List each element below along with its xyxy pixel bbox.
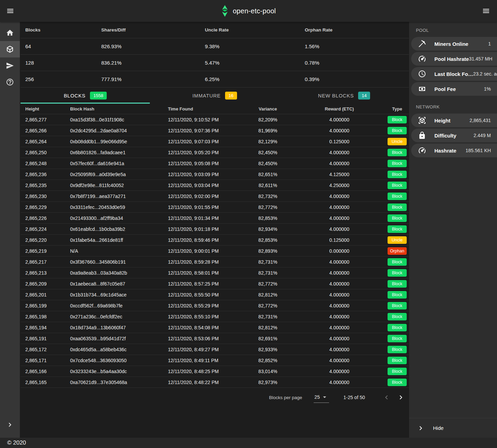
cell-variance: 82,772% bbox=[243, 205, 293, 210]
cell-variance: 82,129% bbox=[243, 139, 293, 144]
cell-blocks: 256 bbox=[21, 76, 96, 82]
cell-block-hash[interactable]: N/A bbox=[65, 248, 163, 254]
top-app-bar: open-etc-pool bbox=[0, 0, 497, 22]
cell-block-hash[interactable]: 0x1fabe54a...2661de81ff bbox=[65, 237, 163, 243]
cell-type: Block bbox=[385, 335, 409, 342]
cell-time-found: 12/11/2020, 9:01:18 PM bbox=[163, 226, 243, 232]
table-row: 2,865,219 N/A 12/11/2020, 9:00:01 PM 82,… bbox=[21, 246, 409, 256]
cell-height: 2,865,224 bbox=[21, 226, 65, 232]
cell-height: 2,865,209 bbox=[21, 281, 65, 287]
cell-variance: 82,732% bbox=[243, 194, 293, 199]
tab[interactable]: BLOCKS 1558 bbox=[21, 88, 150, 104]
cell-block-hash[interactable]: 0x6b801826...fa9adcaee1 bbox=[65, 150, 163, 155]
gauge-icon bbox=[418, 55, 426, 63]
cell-height: 2,865,236 bbox=[21, 172, 65, 177]
luck-stats-body: 64 826.93% 9.38% 1.56% 128 836.21% 5.47%… bbox=[21, 38, 409, 88]
cell-block-hash[interactable]: 0x3233243e...b5a4aa30dc bbox=[65, 369, 163, 374]
cell-height: 2,865,277 bbox=[21, 117, 65, 122]
cell-block-hash[interactable]: 0xa70621d9...37e305468a bbox=[65, 380, 163, 385]
tab[interactable]: NEW BLOCKS 14 bbox=[279, 88, 409, 104]
tab[interactable]: IMMATURE 16 bbox=[150, 88, 279, 104]
cell-block-hash[interactable]: 0x61eabfcd...1b0cba39b2 bbox=[65, 226, 163, 232]
cell-block-hash[interactable]: 0xb08dd0b1...99e066d95e bbox=[65, 139, 163, 144]
per-page-select[interactable]: 25 bbox=[314, 392, 329, 403]
cell-time-found: 12/11/2020, 9:03:09 PM bbox=[163, 172, 243, 177]
cell-reward: 4.000000 bbox=[293, 347, 385, 352]
nav-item-payments[interactable] bbox=[0, 57, 20, 74]
cell-block-hash[interactable]: 0x2dc4295d...2dae0a8704 bbox=[65, 128, 163, 133]
cell-type: Block bbox=[385, 379, 409, 386]
cell-block-hash[interactable]: 0x3311efec...20453d0e59 bbox=[65, 205, 163, 210]
cell-block-hash[interactable]: 0x9df2e98e...811fc40052 bbox=[65, 183, 163, 188]
cell-block-hash[interactable]: 0xa9a8eab3...03a340a82b bbox=[65, 270, 163, 276]
stat-value: 1 bbox=[488, 41, 491, 47]
next-page-button[interactable] bbox=[394, 390, 408, 405]
cell-variance: 82,893% bbox=[243, 248, 293, 254]
cell-block-hash[interactable]: 0xa15d3f38...0e31f1908c bbox=[65, 117, 163, 122]
table-row: 2,865,165 0xa70621d9...37e305468a 12/11/… bbox=[21, 377, 409, 388]
cell-type: Block bbox=[385, 357, 409, 364]
tab-count-badge: 14 bbox=[358, 92, 370, 100]
cell-type: Block bbox=[385, 182, 409, 189]
cell-block-hash[interactable]: 0x1b31b734...69c1d45ace bbox=[65, 292, 163, 298]
table-row: 2,865,199 0xccdf562f...69a698b7fe 12/11/… bbox=[21, 300, 409, 311]
nav-item-help[interactable] bbox=[0, 74, 20, 90]
cell-block-hash[interactable]: 0x3f367660...345806b191 bbox=[65, 259, 163, 265]
cash-icon bbox=[418, 85, 426, 93]
nav-item-home[interactable] bbox=[0, 25, 20, 41]
table-row: 2,865,230 0x7b8f7199...aea377a271 12/11/… bbox=[21, 191, 409, 202]
type-badge: Block bbox=[388, 258, 407, 266]
gauge-icon bbox=[418, 146, 426, 155]
clock-icon bbox=[418, 70, 426, 78]
cell-reward: 0.000000 bbox=[293, 248, 385, 254]
tab-label: BLOCKS bbox=[64, 93, 86, 98]
type-badge: Uncle bbox=[388, 138, 407, 145]
cell-block-hash[interactable]: 0x18d734a9...13b6060f47 bbox=[65, 325, 163, 330]
cell-type: Block bbox=[385, 368, 409, 375]
cell-type: Block bbox=[385, 346, 409, 353]
cell-type: Block bbox=[385, 324, 409, 331]
cell-block-hash[interactable]: 0xccdf562f...69a698b7fe bbox=[65, 303, 163, 308]
cell-time-found: 12/11/2020, 9:07:03 PM bbox=[163, 139, 243, 144]
cell-reward: 0.125000 bbox=[293, 237, 385, 243]
cell-block-hash[interactable]: 0x25095f69...a0d39e9e5a bbox=[65, 172, 163, 177]
cell-type: Block bbox=[385, 203, 409, 211]
nav-item-blocks[interactable] bbox=[0, 41, 20, 57]
cell-block-hash[interactable]: 0x7cdce548...3636093050 bbox=[65, 358, 163, 363]
main-content: Blocks Shares/Diff Uncle Rate Orphan Rat… bbox=[20, 22, 409, 438]
cell-block-hash[interactable]: 0x1aebeca8...8f67c05e87 bbox=[65, 281, 163, 287]
send-icon bbox=[6, 62, 14, 70]
cell-block-hash[interactable]: 0x21493300...af2ff9ba34 bbox=[65, 215, 163, 221]
cell-height: 2,865,248 bbox=[21, 161, 65, 166]
type-badge: Block bbox=[388, 214, 407, 222]
cell-time-found: 12/11/2020, 9:03:04 PM bbox=[163, 183, 243, 188]
col-header-shares-diff: Shares/Diff bbox=[96, 27, 200, 32]
cell-block-hash[interactable]: 0xaa063539...b95d41d72f bbox=[65, 336, 163, 341]
cell-shares-diff: 777.91% bbox=[96, 76, 200, 82]
rail-expand-button[interactable] bbox=[0, 417, 20, 433]
cell-block-hash[interactable]: 0x271a236c...0efcfdf2ec bbox=[65, 314, 163, 319]
cell-block-hash[interactable]: 0x7b8f7199...aea377a271 bbox=[65, 194, 163, 199]
cell-reward: 4.000000 bbox=[293, 128, 385, 133]
cell-variance: 82,853% bbox=[243, 215, 293, 221]
cell-variance: 82,611% bbox=[243, 183, 293, 188]
cell-type: Block bbox=[385, 302, 409, 309]
panel-stat-item: Hashrate 185.561 KH bbox=[411, 144, 497, 157]
hide-panel-button[interactable]: Hide bbox=[409, 418, 497, 438]
table-row: 2,865,217 0x3f367660...345806b191 12/11/… bbox=[21, 256, 409, 267]
cell-variance: 82,450% bbox=[243, 150, 293, 155]
cell-uncle-rate: 9.38% bbox=[200, 43, 300, 49]
menu-icon[interactable] bbox=[2, 3, 18, 19]
home-icon bbox=[6, 29, 14, 37]
cell-reward: 4.000000 bbox=[293, 292, 385, 298]
stat-value: 1% bbox=[484, 86, 491, 92]
cell-height: 2,865,198 bbox=[21, 314, 65, 319]
cell-reward: 4.000000 bbox=[293, 336, 385, 341]
table-row: 2,865,226 0x21493300...af2ff9ba34 12/11/… bbox=[21, 213, 409, 224]
cell-block-hash[interactable]: 0x57fec60f...da616e941a bbox=[65, 161, 163, 166]
cell-block-hash[interactable]: 0xdc465d5a...a58beb436c bbox=[65, 347, 163, 352]
cell-variance: 82,934% bbox=[243, 226, 293, 232]
prev-page-button[interactable] bbox=[379, 390, 394, 405]
right-menu-icon[interactable] bbox=[478, 3, 494, 19]
table-row: 2,865,224 0x61eabfcd...1b0cba39b2 12/11/… bbox=[21, 224, 409, 235]
